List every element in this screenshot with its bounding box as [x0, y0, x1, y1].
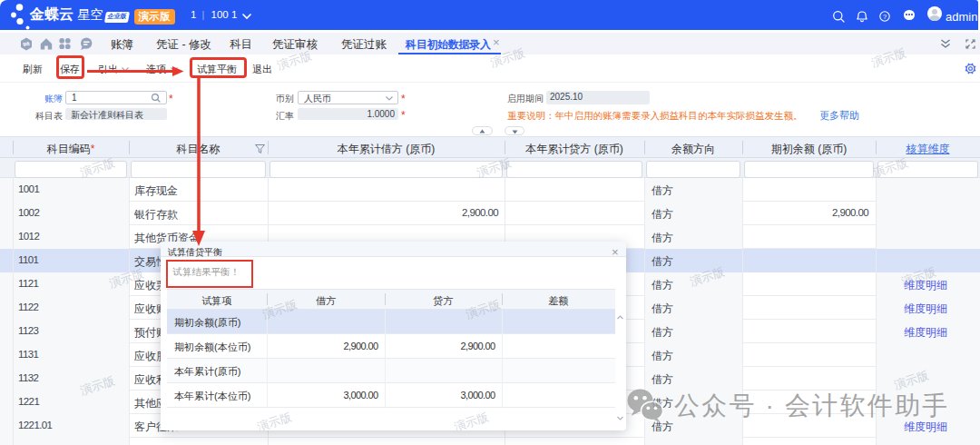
- svg-text:?: ?: [883, 12, 887, 20]
